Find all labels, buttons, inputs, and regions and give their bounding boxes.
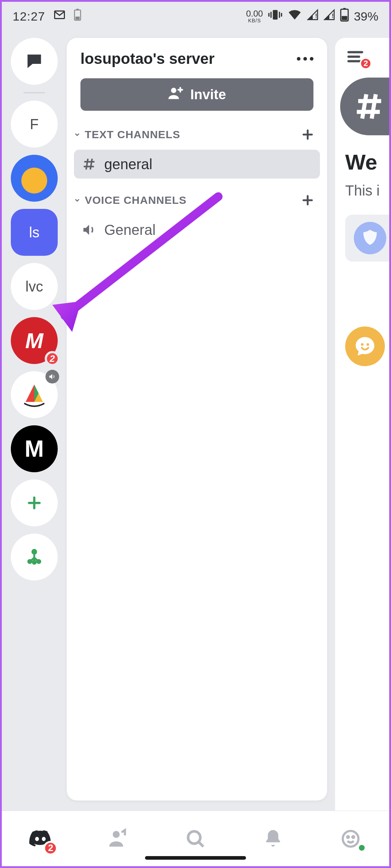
add-voice-channel-button[interactable]: [299, 192, 316, 209]
svg-point-22: [188, 831, 200, 843]
voice-active-icon: [45, 370, 59, 383]
speaker-icon: [81, 222, 97, 238]
nav-home[interactable]: 2: [26, 824, 55, 853]
dm-button[interactable]: [11, 38, 58, 85]
nav-friends[interactable]: [104, 824, 132, 853]
server-item-cheese[interactable]: [11, 155, 58, 202]
server-rail-divider: [23, 92, 45, 93]
server-item-black-m[interactable]: M: [11, 425, 58, 472]
server-more-button[interactable]: [297, 57, 313, 61]
text-channels-header[interactable]: TEXT CHANNELS: [67, 124, 327, 145]
chevron-down-icon: [73, 196, 81, 204]
hash-icon: [81, 156, 97, 172]
app-root: F ls lvc M 2 M: [2, 31, 389, 866]
wave-fab[interactable]: [345, 326, 385, 366]
signal-icon-2: !: [324, 9, 335, 23]
onboarding-card-icon: [354, 222, 386, 254]
channel-panel: losupotao's server Invite TEXT CHANNELS: [67, 38, 327, 801]
svg-text:!: !: [315, 13, 317, 19]
voice-channel-general[interactable]: General: [74, 215, 320, 244]
svg-point-20: [366, 343, 369, 346]
svg-rect-13: [342, 16, 347, 20]
battery-icon: [340, 8, 349, 25]
svg-point-18: [171, 88, 177, 93]
svg-rect-8: [281, 13, 282, 17]
svg-point-15: [28, 560, 31, 563]
status-battery-pct: 39%: [354, 9, 378, 23]
server-item-red-m[interactable]: M 2: [11, 317, 58, 364]
status-clock: 12:27: [13, 9, 45, 23]
svg-rect-5: [271, 12, 272, 18]
gesture-bar: [145, 856, 246, 860]
channel-hash-hero: [340, 78, 389, 135]
server-rail: F ls lvc M 2 M: [2, 31, 67, 811]
text-channels-label: TEXT CHANNELS: [85, 128, 180, 141]
server-item-label: F: [30, 116, 39, 132]
invite-icon: [168, 85, 184, 104]
svg-point-17: [33, 561, 36, 564]
chevron-down-icon: [73, 131, 81, 139]
chat-peek-panel[interactable]: 2 We This i: [335, 38, 389, 811]
server-item-f[interactable]: F: [11, 101, 58, 148]
invite-button[interactable]: Invite: [80, 78, 313, 111]
onboarding-card[interactable]: [345, 215, 389, 262]
server-item-sail[interactable]: [11, 371, 58, 418]
wifi-icon: [287, 8, 302, 25]
menu-unread-badge: 2: [360, 57, 372, 70]
svg-rect-4: [273, 10, 277, 20]
svg-rect-12: [343, 8, 346, 9]
gmail-icon: [53, 8, 66, 24]
server-title[interactable]: losupotao's server: [80, 50, 215, 67]
server-item-lvc[interactable]: lvc: [11, 263, 58, 310]
server-item-label: M: [25, 328, 43, 353]
status-network-speed: 0.00 KB/S: [246, 9, 263, 23]
nav-home-badge: 2: [43, 841, 58, 855]
svg-rect-3: [75, 17, 80, 19]
battery-small-icon: [74, 9, 81, 24]
svg-point-16: [37, 560, 40, 563]
server-item-label: ls: [29, 224, 40, 241]
signal-icon-1: !: [307, 9, 318, 23]
svg-point-19: [361, 343, 364, 346]
server-item-label: lvc: [26, 279, 43, 295]
channel-name: General: [104, 222, 155, 238]
svg-text:!: !: [332, 13, 334, 19]
student-hub-button[interactable]: [11, 534, 58, 580]
server-item-ls[interactable]: ls: [11, 209, 58, 256]
nav-search[interactable]: [181, 824, 210, 853]
svg-point-14: [32, 550, 36, 553]
svg-rect-2: [76, 9, 79, 10]
welcome-heading: We: [345, 150, 389, 175]
server-item-label: M: [25, 435, 44, 462]
svg-point-21: [113, 831, 120, 838]
svg-rect-6: [279, 12, 280, 18]
add-server-button[interactable]: [11, 479, 58, 526]
nav-notifications[interactable]: [259, 824, 287, 853]
svg-point-24: [347, 836, 349, 838]
voice-channels-header[interactable]: VOICE CHANNELS: [67, 189, 327, 211]
text-channel-general[interactable]: general: [74, 150, 320, 179]
invite-label: Invite: [190, 87, 226, 102]
svg-point-25: [352, 836, 354, 838]
welcome-subtext: This i: [345, 183, 389, 199]
status-online-dot: [357, 843, 366, 852]
svg-rect-7: [268, 13, 269, 17]
nav-profile[interactable]: [336, 824, 365, 853]
svg-point-23: [343, 831, 359, 847]
vibrate-icon: [268, 8, 282, 25]
channel-name: general: [104, 156, 152, 172]
server-unread-badge: 2: [45, 351, 60, 366]
add-text-channel-button[interactable]: [299, 126, 316, 143]
voice-channels-label: VOICE CHANNELS: [85, 194, 186, 206]
status-bar: 12:27 0.00 KB/S ! ! 39%: [2, 2, 389, 31]
